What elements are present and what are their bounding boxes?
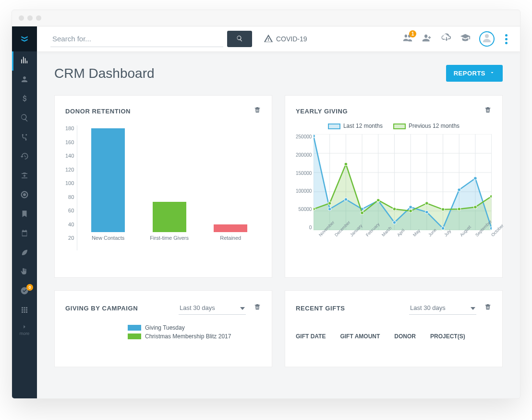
select-value: Last 30 days (410, 304, 446, 311)
svg-point-38 (425, 202, 429, 205)
chevron-down-icon (489, 70, 495, 77)
trash-icon (484, 304, 492, 312)
delete-card-button[interactable] (254, 106, 261, 116)
legend-swatch (328, 124, 340, 129)
covid-label: COVID-19 (276, 35, 307, 43)
sidebar-item-workflow[interactable] (12, 128, 37, 148)
search-button[interactable] (227, 31, 252, 47)
sidebar-item-apps[interactable] (12, 301, 37, 321)
svg-point-32 (328, 202, 332, 205)
svg-point-36 (393, 208, 397, 210)
svg-point-39 (442, 208, 445, 211)
chart-x-axis: NovemberDecemberJanuaryFebruaryMarchApri… (317, 234, 492, 239)
svg-point-25 (409, 206, 412, 209)
sidebar-item-bookmarks[interactable] (12, 205, 37, 224)
svg-point-29 (474, 177, 477, 180)
window-title-bar (12, 10, 520, 26)
svg-point-24 (393, 221, 397, 224)
card-title: GIVING BY CAMPAIGN (65, 305, 138, 312)
card-yearly-giving: YEARLY GIVING Last 12 months Previous 12… (285, 95, 503, 278)
svg-point-40 (458, 208, 461, 210)
donor-retention-chart: 18016014012010080604020New ContactsFirst… (65, 121, 261, 269)
svg-point-21 (344, 198, 348, 201)
topbar: COVID-19 1 (37, 26, 520, 51)
sidebar-more[interactable]: more (20, 321, 30, 341)
people-badge: 1 (409, 30, 416, 37)
svg-point-0 (485, 34, 489, 38)
person-plus-icon (422, 37, 432, 45)
sidebar-item-search[interactable] (12, 109, 37, 128)
svg-point-33 (344, 162, 348, 165)
sidebar-item-calendar[interactable] (12, 224, 37, 244)
bookmark-icon (20, 210, 29, 220)
svg-point-31 (314, 208, 315, 210)
card-recent-gifts: RECENT GIFTS Last 30 days (285, 290, 503, 367)
svg-point-26 (425, 210, 429, 213)
chart-legend: Last 12 months Previous 12 months (296, 121, 492, 132)
user-avatar[interactable] (479, 31, 495, 47)
delete-card-button[interactable] (484, 106, 492, 116)
search-input[interactable] (50, 31, 223, 47)
sidebar-item-health[interactable] (12, 167, 37, 186)
people-button[interactable]: 1 (402, 33, 413, 45)
svg-point-37 (409, 210, 412, 212)
target-icon (20, 190, 29, 201)
sidebar: 0 more (12, 26, 37, 398)
legend-label: Last 12 months (343, 123, 383, 129)
svg-point-41 (474, 206, 477, 209)
caret-down-icon (471, 304, 475, 311)
app-logo[interactable] (12, 26, 37, 51)
svg-point-35 (377, 198, 380, 201)
svg-point-28 (458, 188, 461, 191)
more-menu[interactable] (503, 32, 509, 46)
legend-label: Previous 12 months (409, 123, 459, 129)
download-button[interactable] (441, 33, 451, 45)
hand-icon (20, 267, 29, 278)
sidebar-item-volunteers[interactable] (12, 263, 37, 282)
person-icon (20, 75, 29, 86)
cloud-download-icon (441, 37, 451, 45)
branch-icon (20, 133, 29, 143)
dollar-icon (20, 94, 29, 105)
card-giving-by-campaign: GIVING BY CAMPAIGN Last 30 days (54, 290, 272, 367)
select-value: Last 30 days (180, 304, 215, 311)
tasks-badge: 0 (26, 284, 33, 291)
bar-chart-icon (20, 56, 29, 66)
svg-point-42 (490, 195, 492, 198)
gifts-range-select[interactable]: Last 30 days (409, 301, 476, 315)
campaign-range-select[interactable]: Last 30 days (179, 301, 246, 315)
yearly-giving-chart (314, 134, 492, 230)
calendar-icon (20, 229, 29, 239)
sidebar-item-history[interactable] (12, 148, 37, 167)
svg-point-27 (442, 227, 445, 230)
browser-window: 0 more (12, 10, 520, 399)
sidebar-item-sustainability[interactable] (12, 244, 37, 263)
sidebar-item-giving[interactable] (12, 90, 37, 109)
search-icon (236, 35, 243, 43)
learn-button[interactable] (460, 33, 471, 45)
sidebar-item-dashboard[interactable] (12, 51, 37, 71)
page-title: CRM Dashboard (54, 66, 155, 81)
covid-link[interactable]: COVID-19 (264, 34, 307, 45)
sidebar-item-goals[interactable] (12, 186, 37, 205)
apps-grid-icon (20, 306, 29, 316)
medical-kit-icon (20, 171, 29, 182)
window-dot (27, 15, 33, 21)
reports-button[interactable]: REPORTS (446, 65, 503, 82)
add-person-button[interactable] (422, 33, 432, 45)
chart-y-axis: 250000200000150000100000500000 (296, 134, 314, 230)
search-icon (20, 113, 29, 124)
graduation-cap-icon (460, 37, 471, 45)
svg-point-20 (328, 208, 332, 210)
caret-down-icon (240, 304, 245, 311)
avatar-icon (481, 32, 493, 46)
card-title: DONOR RETENTION (65, 108, 131, 115)
sidebar-item-contacts[interactable] (12, 71, 37, 90)
history-icon (20, 152, 29, 162)
trash-icon (254, 107, 261, 115)
window-dot (19, 15, 24, 21)
trash-icon (254, 304, 261, 312)
sidebar-item-tasks[interactable]: 0 (12, 282, 37, 301)
delete-card-button[interactable] (254, 303, 261, 313)
delete-card-button[interactable] (484, 303, 492, 313)
